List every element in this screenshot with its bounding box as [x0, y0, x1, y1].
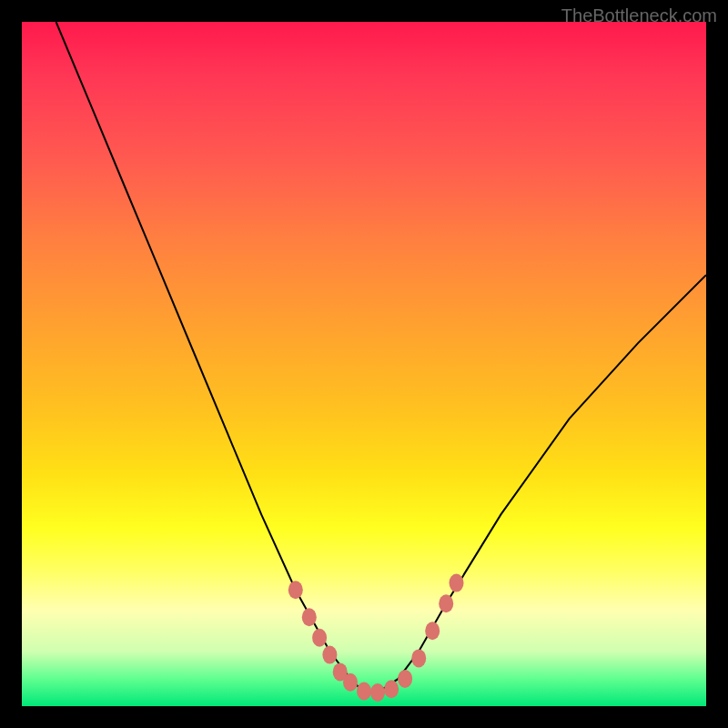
curve-marker [384, 680, 399, 698]
chart-container: TheBottleneck.com [0, 0, 728, 728]
curve-marker [450, 574, 464, 592]
curve-markers [288, 574, 464, 702]
bottleneck-curve [56, 22, 706, 693]
curve-marker [425, 622, 440, 640]
curve-marker [398, 670, 412, 688]
curve-marker [439, 594, 453, 612]
curve-marker [322, 646, 337, 664]
curve-marker [288, 581, 303, 599]
curve-marker [312, 629, 327, 647]
plot-area [22, 22, 706, 706]
curve-marker [370, 683, 385, 702]
curve-marker [302, 608, 317, 626]
curve-svg [22, 22, 706, 706]
curve-marker [357, 682, 371, 701]
watermark-text: TheBottleneck.com [561, 5, 717, 26]
curve-marker [411, 649, 426, 667]
curve-marker [343, 673, 358, 692]
